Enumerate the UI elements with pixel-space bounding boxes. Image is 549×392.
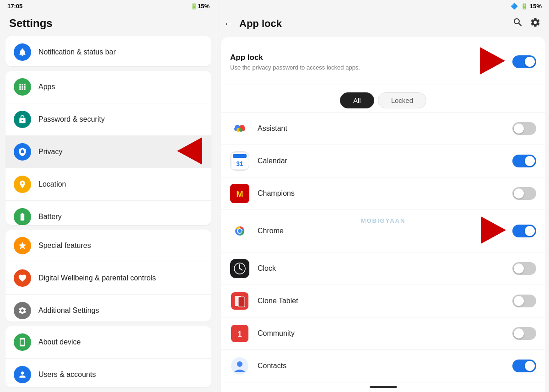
menu-item-battery[interactable]: Battery xyxy=(5,201,211,225)
filter-locked[interactable]: Locked xyxy=(378,92,426,108)
header-icons xyxy=(512,17,541,31)
chrome-toggle[interactable] xyxy=(512,225,536,237)
special-label: Special features xyxy=(38,242,91,250)
menu-item-privacy[interactable]: Privacy xyxy=(5,136,211,168)
assistant-toggle[interactable] xyxy=(512,122,536,135)
applock-toggle-title: App lock xyxy=(230,53,360,62)
applock-toggle-text: App lock Use the privacy password to acc… xyxy=(230,53,360,71)
users-label: Users & accounts xyxy=(38,371,96,379)
svg-rect-24 xyxy=(238,297,245,307)
contacts-app-icon xyxy=(230,356,249,376)
menu-item-users[interactable]: Users & accounts xyxy=(5,359,211,387)
battery-status: 🔋15% xyxy=(190,3,210,10)
chrome-right xyxy=(481,216,536,246)
back-button[interactable]: ← xyxy=(224,18,234,30)
menu-section-3: Special features Digital Wellbeing & par… xyxy=(5,230,211,322)
about-icon xyxy=(14,333,31,351)
settings-title: Settings xyxy=(0,12,217,36)
applock-title: App lock xyxy=(239,18,282,30)
special-icon xyxy=(14,237,31,254)
applock-toggle-desc: Use the privacy password to access locke… xyxy=(230,64,360,71)
assistant-app-icon xyxy=(230,119,249,138)
champions-name: Champions xyxy=(258,189,512,198)
toggle-knob xyxy=(514,263,524,274)
champions-toggle[interactable] xyxy=(512,187,536,200)
clock-name: Clock xyxy=(258,264,512,273)
privacy-label: Privacy xyxy=(38,148,62,156)
scroll-indicator xyxy=(370,386,397,388)
app-item-champions[interactable]: M Champions xyxy=(221,177,545,210)
right-panel: 🔷 🔋 15% ← App lock App lock xyxy=(217,0,549,392)
toggle-knob xyxy=(525,361,535,371)
menu-item-location[interactable]: Location xyxy=(5,168,211,201)
battery-label: Battery xyxy=(38,213,62,221)
settings-icon[interactable] xyxy=(530,17,541,31)
bluetooth-icon: 🔷 xyxy=(511,3,518,10)
menu-item-about[interactable]: About device xyxy=(5,326,211,359)
clonetablet-app-icon xyxy=(230,291,249,311)
menu-section-2: Apps Password & security Privacy xyxy=(5,71,211,225)
notification-label: Notification & status bar xyxy=(38,48,116,56)
additional-label: Additional Settings xyxy=(38,306,99,315)
status-bar: 17:05 🔋15% xyxy=(0,0,217,12)
menu-section-4: About device Users & accounts xyxy=(5,326,211,387)
clock-toggle[interactable] xyxy=(512,262,536,275)
app-item-assistant[interactable]: Assistant xyxy=(221,113,545,145)
champions-app-icon: M xyxy=(230,184,249,203)
app-item-clock[interactable]: Clock xyxy=(221,252,545,285)
privacy-red-arrow xyxy=(177,137,202,166)
app-list: MOBIGYAAN Assistant xyxy=(221,113,545,382)
clonetablet-name: Clone Tablet xyxy=(258,297,512,305)
app-item-community[interactable]: 1 Community xyxy=(221,317,545,350)
password-icon xyxy=(14,111,31,128)
location-label: Location xyxy=(38,180,66,188)
toggle-knob xyxy=(525,226,535,236)
calendar-app-icon: 31 xyxy=(230,151,249,171)
calendar-toggle[interactable] xyxy=(512,155,536,167)
svg-text:M: M xyxy=(237,190,243,199)
svg-text:1: 1 xyxy=(238,330,242,338)
privacy-icon xyxy=(14,143,31,161)
assistant-name: Assistant xyxy=(258,124,512,133)
app-item-clonetablet[interactable]: Clone Tablet xyxy=(221,285,545,317)
svg-text:31: 31 xyxy=(236,160,243,167)
search-icon[interactable] xyxy=(512,17,523,31)
wellbeing-label: Digital Wellbeing & parental controls xyxy=(38,274,156,282)
header-left: ← App lock xyxy=(224,18,282,30)
app-item-chrome[interactable]: Chrome xyxy=(221,210,545,252)
apps-icon xyxy=(14,78,31,96)
menu-item-password[interactable]: Password & security xyxy=(5,103,211,136)
community-name: Community xyxy=(258,329,512,338)
location-icon xyxy=(14,176,31,193)
password-label: Password & security xyxy=(38,115,105,124)
clock-app-icon xyxy=(230,259,249,278)
menu-item-additional[interactable]: Additional Settings xyxy=(5,295,211,322)
toggle-knob xyxy=(514,296,524,306)
content-area: App lock Use the privacy password to acc… xyxy=(221,37,545,392)
battery-right: 🔋 15% xyxy=(521,3,542,10)
toggle-knob xyxy=(525,57,535,67)
menu-item-wellbeing[interactable]: Digital Wellbeing & parental controls xyxy=(5,262,211,295)
community-app-icon: 1 xyxy=(230,324,249,343)
clonetablet-toggle[interactable] xyxy=(512,295,536,307)
toggle-knob xyxy=(514,328,524,338)
left-panel: 17:05 🔋15% Settings Notification & statu… xyxy=(0,0,217,392)
right-header: ← App lock xyxy=(217,12,549,37)
app-item-contacts[interactable]: Contacts xyxy=(221,350,545,382)
applock-main-toggle[interactable] xyxy=(512,55,536,68)
right-status-bar: 🔷 🔋 15% xyxy=(217,0,549,12)
svg-point-7 xyxy=(242,127,245,131)
app-item-calendar[interactable]: 31 Calendar xyxy=(221,145,545,177)
community-toggle[interactable] xyxy=(512,327,536,340)
users-icon xyxy=(14,366,31,383)
applock-toggle-right xyxy=(480,47,536,76)
filter-all[interactable]: All xyxy=(340,92,374,108)
menu-item-special[interactable]: Special features xyxy=(5,230,211,262)
svg-point-16 xyxy=(238,229,242,233)
contacts-toggle[interactable] xyxy=(512,360,536,372)
wellbeing-icon xyxy=(14,269,31,287)
menu-item-notification[interactable]: Notification & status bar xyxy=(5,36,211,66)
menu-item-apps[interactable]: Apps xyxy=(5,71,211,103)
applock-toggle-section: App lock Use the privacy password to acc… xyxy=(221,37,545,85)
toggle-knob xyxy=(525,156,535,166)
